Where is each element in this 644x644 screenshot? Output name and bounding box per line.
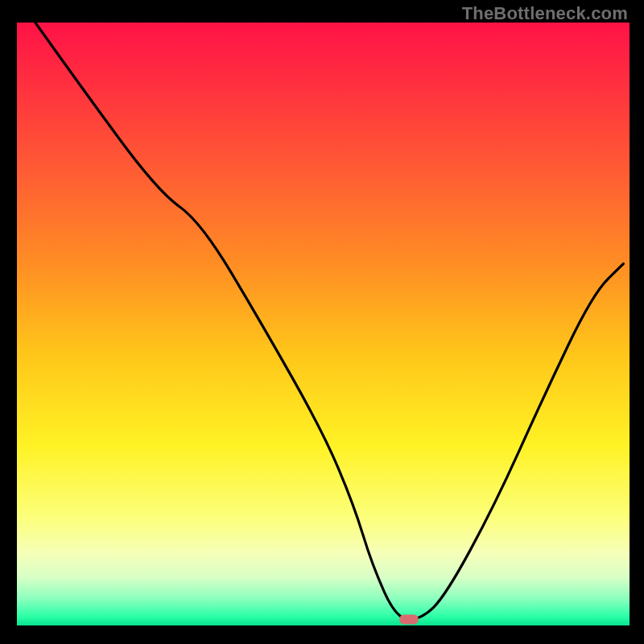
watermark-text: TheBottleneck.com: [462, 3, 628, 24]
bottleneck-chart: [0, 0, 644, 644]
chart-frame: TheBottleneck.com: [0, 0, 644, 644]
gradient-background: [17, 23, 630, 625]
optimum-marker: [399, 615, 419, 625]
